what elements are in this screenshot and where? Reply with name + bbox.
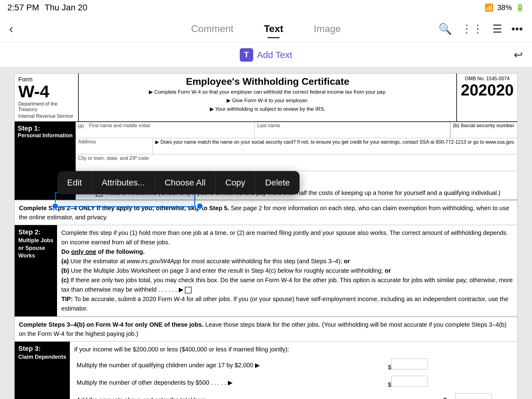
document-area: Form W-4 Department of the Treasury Inte…	[0, 67, 532, 399]
firstname-value	[89, 128, 252, 137]
context-menu: Edit Attributes... Choose All Copy Delet…	[57, 171, 300, 194]
toolbar: ‹ Comment Text Image 🔍 ⋮⋮ ☰ •••	[0, 15, 532, 43]
date: Thu Jan 20	[45, 3, 87, 13]
form-irs: Internal Revenue Service	[18, 113, 74, 119]
ssn-field[interactable]: (b) Social security number	[450, 122, 517, 138]
list-icon[interactable]: ☰	[492, 23, 502, 35]
toolbar-tabs: Comment Text Image	[176, 23, 356, 34]
toolbar-right: 🔍 ⋮⋮ ☰ •••	[438, 23, 523, 35]
form-instruction2: ▶ Give Form W-4 to your employer.	[82, 97, 453, 104]
form-year: 202020	[461, 81, 514, 99]
search-icon[interactable]: 🔍	[438, 23, 452, 35]
step3-table: Multiply the number of qualifying childr…	[74, 357, 513, 399]
selection-handle-right[interactable]	[196, 203, 203, 210]
context-delete[interactable]: Delete	[255, 171, 300, 194]
text-icon-letter: T	[244, 50, 249, 59]
step3-row: Step 3: Claim Dependents If your income …	[15, 342, 517, 399]
city-value	[78, 161, 515, 170]
step3-body: If your income will be $200,000 or less …	[70, 342, 517, 399]
form-dept: Department of the Treasury	[18, 101, 74, 112]
form-title: Employee's Withholding Certificate	[82, 76, 453, 87]
ssn-label: (b) Social security number	[453, 123, 515, 128]
step2-sub1: Multiple Jobs	[18, 237, 53, 244]
step3-row1: Multiply the number of qualifying childr…	[74, 357, 513, 374]
form-header-right: OMB No. 1545-0074 202020	[457, 74, 517, 121]
step3-row2-label: Multiply the number of other dependents …	[74, 374, 385, 391]
step2-title: Step 2:	[18, 228, 53, 236]
step3-row3-num: 3	[385, 391, 449, 399]
selection-handle-left[interactable]	[52, 203, 59, 210]
step3-row2-input[interactable]: $	[385, 374, 449, 391]
wifi-icon: 📶	[484, 3, 494, 12]
ssn-question-text: ▶ Does your name match the name on your …	[155, 139, 515, 145]
field-a-label: (a)	[76, 122, 87, 138]
step3-row2: Multiply the number of other dependents …	[74, 374, 513, 391]
grid-icon[interactable]: ⋮⋮	[461, 23, 483, 35]
step3-title: Step 3:	[18, 345, 66, 353]
more-icon[interactable]: •••	[511, 23, 523, 35]
form-instruction1: ▶ Complete Form W-4 so that your employe…	[82, 88, 453, 96]
tab-text[interactable]: Text	[249, 23, 298, 34]
step3-row3-label: Add the amounts above and enter the tota…	[74, 391, 385, 399]
lastname-label: Last name	[257, 123, 448, 128]
step1-label: Step 1:	[18, 124, 73, 132]
address-row: Address ▶ Does your name match the name …	[76, 138, 517, 154]
tab-comment[interactable]: Comment	[176, 23, 249, 34]
firstname-field[interactable]: First name and middle initial	[87, 122, 255, 138]
step3-row3-input[interactable]: $	[449, 391, 513, 399]
address-label: Address	[78, 139, 150, 145]
add-text-label[interactable]: Add Text	[257, 50, 292, 60]
status-bar: 2:57 PM Thu Jan 20 📶 38% 🔋	[0, 0, 532, 15]
step3-label: Step 3: Claim Dependents	[15, 342, 70, 399]
complete-steps-banner: Complete Steps 2–4 ONLY if they apply to…	[15, 200, 517, 225]
omb-number: OMB No. 1545-0074	[461, 76, 514, 81]
step2-body1: Complete this step if you (1) hold more …	[61, 228, 513, 247]
back-button[interactable]: ‹	[9, 22, 27, 36]
step2-sub2: or Spouse	[18, 245, 53, 251]
step3-row1-label: Multiply the number of qualifying childr…	[74, 357, 385, 374]
step1-sub: Personal Information	[18, 132, 73, 139]
form-header-left: Form W-4 Department of the Treasury Inte…	[15, 74, 79, 121]
step3-row3: Add the amounts above and enter the tota…	[74, 391, 513, 399]
form-number: W-4	[18, 83, 74, 100]
step2-label: Step 2: Multiple Jobs or Spouse Works	[15, 225, 57, 316]
context-copy[interactable]: Copy	[216, 171, 255, 194]
step3-sub: Claim Dependents	[18, 354, 66, 360]
step2-body2: Do only one of the following.	[61, 247, 513, 257]
time: 2:57 PM	[7, 3, 39, 13]
form-instruction3: ▶ Your withholding is subject to review …	[82, 106, 453, 113]
lastname-field[interactable]: Last name	[255, 122, 450, 138]
address-field[interactable]: Address	[76, 138, 153, 154]
context-attributes[interactable]: Attributes...	[92, 171, 155, 194]
status-left: 2:57 PM Thu Jan 20	[7, 3, 87, 13]
battery-level: 38%	[497, 3, 512, 12]
undo-icon[interactable]: ↩	[514, 49, 523, 61]
complete-steps3-banner: Complete Steps 3–4(b) on Form W-4 for on…	[15, 317, 517, 342]
tab-image[interactable]: Image	[299, 23, 356, 34]
step2-a: (a) Use the estimator at www.irs.gov/W4A…	[61, 257, 513, 266]
form-header: Form W-4 Department of the Treasury Inte…	[15, 74, 517, 122]
battery-icon: 🔋	[516, 3, 525, 12]
city-row: City or town, state, and ZIP code	[76, 154, 517, 171]
add-text-icon: T	[240, 48, 253, 62]
step3-income: If your income will be $200,000 or less …	[74, 345, 513, 354]
name-fields-row: (a) First name and middle initial Last n…	[76, 122, 517, 138]
context-choose-all[interactable]: Choose All	[155, 171, 216, 194]
step2-tip: TIP: To be accurate, submit a 2020 Form …	[61, 294, 513, 313]
status-right: 📶 38% 🔋	[484, 3, 525, 12]
add-text-bar: T Add Text ↩	[0, 43, 532, 67]
firstname-label: First name and middle initial	[89, 123, 252, 128]
form-header-center: Employee's Withholding Certificate ▶ Com…	[79, 74, 457, 121]
city-label: City or town, state, and ZIP code	[78, 156, 515, 161]
step2-b: (b) Use the Multiple Jobs Worksheet on p…	[61, 266, 513, 275]
step2-row: Step 2: Multiple Jobs or Spouse Works Co…	[15, 225, 517, 317]
step2-c: (c) If there are only two jobs total, yo…	[61, 275, 513, 294]
context-edit[interactable]: Edit	[57, 171, 92, 194]
step3-row1-input[interactable]: $	[385, 357, 449, 374]
ssn-question: ▶ Does your name match the name on your …	[153, 138, 517, 154]
complete-steps3-bold: Complete Steps 3–4(b) on Form W-4 for on…	[19, 321, 203, 328]
w4-form: Form W-4 Department of the Treasury Inte…	[14, 73, 518, 399]
lastname-value	[257, 128, 448, 137]
step2-sub3: Works	[18, 253, 53, 259]
step2-body: Complete this step if you (1) hold more …	[57, 225, 517, 316]
